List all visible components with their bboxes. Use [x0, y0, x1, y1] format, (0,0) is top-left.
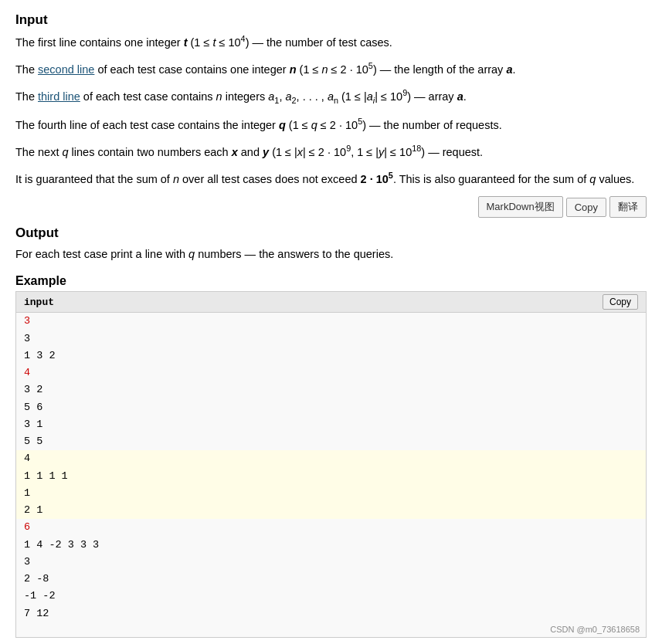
- input-title: Input: [15, 12, 647, 28]
- output-section: Output For each test case print a line w…: [15, 225, 647, 263]
- example-title: Example: [15, 274, 647, 288]
- code-line-15: 3: [16, 554, 646, 571]
- para-2: The second line of each test case contai…: [15, 59, 647, 79]
- code-line-17: -1 -2: [16, 588, 646, 605]
- para-6: It is guaranteed that the sum of n over …: [15, 169, 647, 188]
- output-title: Output: [15, 225, 647, 241]
- code-line-3: 1 3 2: [16, 347, 646, 364]
- watermark: CSDN @m0_73618658: [550, 625, 640, 634]
- translate-button[interactable]: 翻译: [609, 196, 647, 218]
- var-t: t: [184, 36, 188, 49]
- code-block: input Copy 3 3 1 3 2 4 3 2 5 6 3 1 5 5 4…: [15, 291, 647, 638]
- code-line-1: 3: [16, 313, 646, 330]
- code-line-9: 4: [16, 450, 646, 467]
- code-line-4: 4: [16, 364, 646, 381]
- var-x: x: [232, 146, 238, 158]
- code-line-5: 3 2: [16, 381, 646, 398]
- para-5: The next q lines contain two numbers eac…: [15, 142, 647, 161]
- para-1: The first line contains one integer t (1…: [15, 32, 647, 52]
- output-text: For each test case print a line with q n…: [15, 246, 647, 263]
- code-label: input: [24, 297, 54, 308]
- code-line-7: 3 1: [16, 416, 646, 433]
- code-line-14: 1 4 -2 3 3 3: [16, 537, 646, 554]
- code-line-11: 1: [16, 485, 646, 502]
- var-y: y: [263, 146, 269, 158]
- code-copy-button[interactable]: Copy: [603, 294, 638, 310]
- var-n: n: [290, 63, 297, 76]
- code-header: input Copy: [16, 292, 646, 313]
- link-third-line[interactable]: third line: [38, 90, 80, 103]
- markdown-view-button[interactable]: MarkDown视图: [478, 196, 563, 218]
- toolbar: MarkDown视图 Copy 翻译: [15, 196, 647, 218]
- var-a1: a: [506, 63, 512, 76]
- var-q1: q: [279, 119, 286, 131]
- var-a2: a: [457, 90, 463, 103]
- link-second-line[interactable]: second line: [38, 63, 94, 76]
- code-line-6: 5 6: [16, 399, 646, 416]
- input-section: Input The first line contains one intege…: [15, 12, 647, 188]
- para-4: The fourth line of each test case contai…: [15, 115, 647, 134]
- code-line-13: 6: [16, 519, 646, 536]
- copy-button[interactable]: Copy: [566, 198, 606, 217]
- code-line-2: 3: [16, 330, 646, 347]
- code-line-8: 5 5: [16, 433, 646, 450]
- code-line-10: 1 1 1 1: [16, 468, 646, 485]
- code-line-12: 2 1: [16, 502, 646, 519]
- example-section: Example input Copy 3 3 1 3 2 4 3 2 5 6 3…: [15, 274, 647, 638]
- para-3: The third line of each test case contain…: [15, 86, 647, 107]
- code-line-16: 2 -8: [16, 571, 646, 588]
